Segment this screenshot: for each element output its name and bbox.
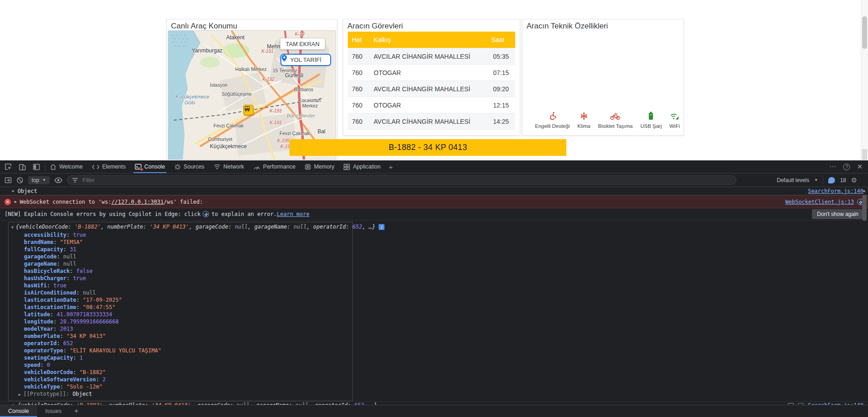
drawer-tab-console[interactable]: Console — [0, 405, 37, 417]
clear-console-icon[interactable] — [16, 177, 24, 184]
add-tab-icon[interactable]: + — [385, 163, 396, 171]
object-property-vehicleSoftwareVersion: vehicleSoftwareVersion: 2 — [9, 376, 352, 383]
property-value: 0 — [47, 362, 50, 368]
fullscreen-button[interactable]: TAM EKRAN — [280, 38, 325, 50]
tab-network[interactable]: Network — [209, 160, 249, 173]
console-row-object: ▶ Object SearchForm.js:140 — [0, 187, 868, 195]
location-pin-icon — [281, 55, 287, 62]
more-options-icon[interactable]: ⋯ — [829, 163, 836, 171]
expand-triangle-icon[interactable]: ▶ — [12, 189, 14, 193]
chevron-down-icon: ▼ — [814, 178, 818, 182]
table-row: 760AVCILAR CİHANGİR MAHALLESİ14:25 — [348, 113, 515, 129]
tab-performance[interactable]: Performance — [249, 160, 300, 173]
home-icon — [50, 164, 57, 170]
object-preview-line[interactable]: ▼{vehicleDoorCode: 'B-1882', numberPlate… — [9, 223, 352, 231]
context-selector[interactable]: top ▼ — [28, 176, 50, 184]
property-key: isAirConditioned — [24, 290, 76, 296]
tab-sources[interactable]: Sources — [170, 160, 209, 173]
application-icon — [343, 164, 350, 170]
map-place-label: Yarımburgaz — [192, 47, 223, 54]
tab-console[interactable]: Console — [130, 160, 170, 173]
learn-more-link[interactable]: Learn more — [277, 211, 309, 217]
map-place-label: Bahçelievler — [287, 113, 315, 118]
property-key: garageCode — [24, 253, 57, 260]
preview-token: null — [294, 224, 307, 230]
property-value: null — [63, 253, 76, 260]
feature-bisiklet-ta-ma: Bisiklet Taşıma — [598, 112, 632, 129]
tab-label: Memory — [314, 164, 334, 170]
devtools-panel: WelcomeElementsConsoleSourcesNetworkPerf… — [0, 160, 868, 417]
vehicle-plate-banner: B-1882 - 34 KP 0413 — [289, 139, 566, 156]
expand-triangle-icon[interactable]: ▶ — [14, 200, 17, 204]
object-property-operatorId: operatorId: 652 — [9, 340, 352, 347]
network-icon — [213, 164, 221, 170]
filter-input[interactable] — [82, 177, 218, 184]
battery-icon — [648, 112, 654, 122]
property-value: "ELİT KARAYOLU YOLCU TAŞIMA" — [70, 347, 161, 354]
expand-triangle-icon[interactable]: ▶ — [19, 393, 21, 397]
memory-icon — [304, 164, 311, 170]
filter-box[interactable] — [67, 175, 736, 185]
directions-button[interactable]: YOL TARİFİ — [280, 54, 331, 66]
collapse-triangle-icon[interactable]: ▼ — [11, 225, 14, 230]
preview-token: , numberPlate: — [101, 224, 150, 230]
tab-elements[interactable]: Elements — [87, 160, 130, 173]
page-scrollbar[interactable] — [861, 0, 868, 160]
page-scrollbar-thumb[interactable] — [862, 16, 867, 49]
console-settings-gear-icon[interactable]: ⚙ — [851, 176, 857, 184]
map-place-label: Merkez — [302, 103, 318, 108]
cell-saat: 05:35 — [483, 53, 515, 60]
issues-count[interactable]: 18 — [840, 177, 846, 183]
preview-token: '34 KP 0413' — [150, 224, 189, 230]
dont-show-again-button[interactable]: Don't show again — [812, 209, 863, 219]
source-link[interactable]: SearchForm.js:140 — [808, 188, 863, 194]
feature-label: Klima — [577, 123, 590, 129]
scroll-up-icon[interactable]: ▲ — [862, 188, 866, 193]
map-place-label: Güneşli — [285, 72, 304, 79]
info-icon[interactable]: i — [379, 224, 384, 230]
inspect-element-icon[interactable] — [5, 163, 12, 171]
property-value: "TEMSA" — [60, 239, 83, 245]
map-place-label: Gölü — [185, 100, 195, 105]
property-value: false — [76, 268, 93, 274]
device-toolbar-icon[interactable] — [19, 163, 26, 171]
table-row: 760OTOGAR12:15 — [348, 97, 515, 113]
map-place-label: K-195 — [277, 138, 289, 143]
cell-hat: 760 — [348, 118, 374, 125]
console-scrollbar-thumb[interactable] — [862, 195, 867, 221]
table-row: 760OTOGAR07:15 — [348, 64, 515, 80]
object-property-latitude: latitude: 41.00707183333334 — [9, 311, 352, 318]
tab-memory[interactable]: Memory — [300, 160, 339, 173]
property-key: vehicleDoorCode — [24, 369, 73, 375]
property-key: accessibility — [24, 232, 66, 238]
close-devtools-icon[interactable]: ✕ — [857, 163, 863, 171]
feature-label: WiFi — [669, 123, 680, 129]
console-sidebar-icon[interactable] — [5, 177, 12, 184]
prototype-row[interactable]: ▶[[Prototype]]: Object — [9, 390, 352, 398]
object-property-garageCode: garageCode: null — [9, 253, 352, 260]
property-value: null — [63, 261, 76, 267]
object-property-lastLocationTime: lastLocationTime: "08:47:55" — [9, 304, 352, 311]
live-expression-eye-icon[interactable] — [54, 177, 62, 183]
issues-bubble-icon[interactable] — [828, 177, 835, 183]
cell-kalkis: OTOGAR — [374, 102, 483, 109]
add-drawer-tab-icon[interactable]: + — [70, 405, 83, 417]
expanded-object-box: ▼{vehicleDoorCode: 'B-1882', numberPlate… — [8, 222, 353, 401]
map-place-label: K-193 — [270, 108, 282, 113]
source-link[interactable]: WebSocketClient.js:13 — [785, 199, 854, 205]
cell-saat: 14:25 — [483, 118, 515, 125]
cell-hat: 760 — [348, 102, 374, 109]
drawer-tab-issues[interactable]: Issues — [37, 405, 70, 417]
help-icon[interactable]: ? — [843, 164, 850, 170]
wifi-icon — [670, 112, 679, 122]
vehicle-bus-marker[interactable] — [243, 105, 254, 115]
table-row: 760AVCILAR CİHANGİR MAHALLESİ09:20 — [348, 80, 515, 97]
feature-label: Bisiklet Taşıma — [598, 123, 632, 129]
dock-side-icon[interactable] — [33, 163, 40, 171]
map-place-label: Söğütlüçeşme — [222, 91, 252, 97]
tab-application[interactable]: Application — [339, 160, 385, 173]
object-property-accessibility: accessibility: true — [9, 231, 352, 239]
log-levels-dropdown[interactable]: Default levels — [777, 177, 809, 183]
websocket-url-link[interactable]: //127.0.0.1:3031 — [111, 199, 164, 205]
tab-welcome[interactable]: Welcome — [45, 160, 87, 173]
